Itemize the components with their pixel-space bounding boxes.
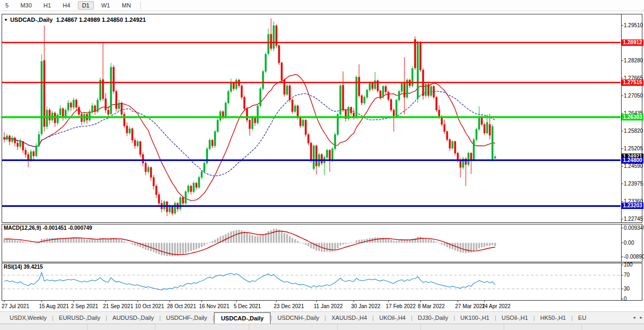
price-tick-label: 1.22745 — [624, 216, 643, 222]
chart-title: ▼USDCAD-,Daily 1.24867 1.24989 1.24850 1… — [4, 17, 146, 23]
candle-body — [415, 39, 416, 68]
price-tick-label: 1.28280 — [624, 58, 643, 64]
macd-bar — [481, 243, 483, 248]
macd-bar — [340, 243, 341, 246]
candle-body — [391, 100, 392, 110]
candle-body — [140, 142, 141, 155]
macd-bar — [169, 243, 171, 256]
candle-body — [404, 84, 406, 98]
candle-body — [428, 84, 430, 95]
macd-bar — [20, 241, 21, 243]
tab-usoil-h1[interactable]: USOil-,H1 — [496, 312, 534, 324]
macd-bar — [241, 230, 243, 243]
macd-bar — [214, 239, 216, 243]
tab-audusd-daily[interactable]: AUDUSD-,Daily — [107, 312, 160, 324]
macd-bar — [81, 239, 83, 243]
candle-body — [289, 86, 291, 100]
macd-bar — [225, 234, 227, 243]
candle-body — [361, 96, 363, 103]
macd-bar — [76, 237, 77, 243]
candle-body — [230, 83, 232, 91]
date-tick-label: 30 Jan 2022 — [351, 303, 380, 309]
tab-scroll-left-icon[interactable]: ◂ — [631, 313, 637, 321]
date-tick-label: 10 Oct 2021 — [135, 303, 164, 309]
macd-bar — [417, 237, 419, 243]
tab-scroll-right-icon[interactable]: ▸ — [638, 313, 644, 321]
macd-bar — [204, 243, 205, 246]
candle-body — [431, 86, 432, 95]
macd-bar — [38, 243, 40, 243]
candle-body — [142, 155, 144, 163]
macd-bar — [297, 241, 299, 243]
macd-bar — [295, 239, 296, 243]
chart-canvas[interactable] — [0, 0, 644, 330]
symbol-dropdown-icon[interactable]: ▼ — [4, 18, 8, 22]
candle-body — [134, 140, 136, 146]
macd-bar — [351, 243, 352, 243]
tab-usdcnh-daily[interactable]: USDCNH-,Daily — [272, 312, 324, 324]
candle-body — [383, 86, 384, 97]
macd-bar — [436, 242, 438, 243]
macd-bar — [92, 239, 93, 243]
candle-body — [153, 178, 155, 186]
candle-body — [70, 103, 72, 107]
candle-body — [33, 151, 35, 156]
candle-body — [166, 202, 168, 212]
candle-body — [263, 71, 264, 88]
candle-body — [62, 109, 64, 117]
candle-body — [94, 106, 96, 111]
candle-body — [436, 97, 438, 110]
tab-usdchf-daily[interactable]: USDCHF-,Daily — [161, 312, 212, 324]
candle-body — [367, 90, 368, 97]
candle-body — [156, 186, 157, 195]
macd-bar — [327, 243, 328, 252]
tab-xauusd-h4[interactable]: XAUUSD-,H4 — [326, 312, 372, 324]
macd-bar — [281, 231, 283, 243]
candle-body — [17, 143, 19, 146]
candle-body — [92, 106, 93, 111]
date-tick-label: 21 Sep 2021 — [103, 303, 133, 309]
tab-usdx-weekly[interactable]: USDX,Weekly — [4, 312, 52, 324]
macd-bar — [345, 243, 347, 244]
candle-body — [247, 109, 248, 120]
candle-body — [473, 140, 475, 160]
candle-body — [268, 34, 269, 54]
candle-body — [78, 107, 80, 114]
candle-body — [110, 67, 112, 114]
candle-body — [265, 54, 267, 71]
macd-bar — [433, 240, 435, 243]
tab-eurusd-daily[interactable]: EURUSD-,Daily — [53, 312, 106, 324]
tab-dj30-daily[interactable]: DJ30-,Daily — [412, 312, 454, 324]
tab-uk100-h1[interactable]: UK100-,H1 — [455, 312, 495, 324]
candle-body — [97, 100, 99, 111]
macd-bar — [129, 243, 131, 244]
candle-body — [447, 132, 448, 140]
level-price-badge: 1.23203 — [622, 203, 643, 209]
status-strip — [0, 324, 644, 330]
tab-ukoil-h4[interactable]: UKOil-,H4 — [374, 312, 411, 324]
candle-body — [388, 92, 389, 100]
macd-bar — [476, 243, 478, 251]
macd-bar — [198, 243, 200, 248]
macd-bar — [238, 230, 240, 243]
macd-bar — [393, 241, 395, 243]
macd-bar — [94, 240, 96, 243]
candle-body — [217, 120, 219, 131]
tab-eu[interactable]: EU — [573, 312, 592, 324]
candle-body — [295, 106, 296, 111]
chart-symbol: USDCAD-,Daily — [10, 17, 53, 23]
tab-usdcad-daily[interactable]: USDCAD-,Daily — [214, 312, 271, 324]
tab-hk50-h1[interactable]: HK50-,H1 — [535, 312, 571, 324]
candle-body — [412, 69, 414, 86]
macd-bar — [166, 243, 168, 256]
macd-bar — [22, 242, 24, 243]
macd-bar — [260, 236, 261, 243]
candle-body — [244, 97, 245, 108]
macd-bar — [217, 238, 219, 243]
candle-body — [169, 206, 171, 212]
date-tick-label: 14 Apr 2022 — [482, 303, 511, 309]
macd-bar — [30, 243, 32, 244]
price-tick-label: 1.25820 — [624, 128, 643, 134]
candle-body — [401, 84, 403, 92]
macd-bar — [14, 240, 16, 243]
